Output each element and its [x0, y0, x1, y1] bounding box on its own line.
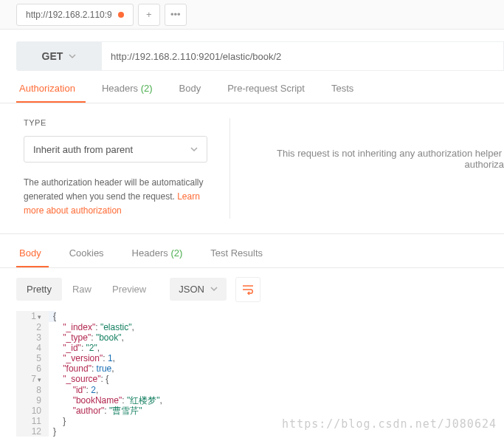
code-content: "_type": "book",	[49, 332, 124, 343]
code-content: "_version": 1,	[49, 353, 115, 363]
restab-headers[interactable]: Headers (2)	[129, 247, 190, 267]
code-content: "id": 2,	[49, 385, 98, 395]
auth-type-label: TYPE	[24, 118, 207, 127]
request-tabs: Authorization Headers (2) Body Pre-reque…	[0, 83, 504, 103]
request-tab[interactable]: http://192.168.2.110:9	[16, 4, 134, 26]
view-controls: Pretty Raw Preview JSON	[0, 268, 504, 311]
auth-inherit-msg: This request is not inheriting any autho…	[275, 148, 504, 159]
code-line: 7▾ "_source": {	[16, 374, 504, 385]
tab-headers[interactable]: Headers (2)	[99, 83, 163, 103]
response-tabs: Body Cookies Headers (2) Test Results	[0, 247, 504, 268]
url-text: http://192.168.2.110:9201/elastic/book/2	[111, 51, 281, 62]
view-preview[interactable]: Preview	[102, 278, 156, 301]
code-content: "author": "曹雪芹"	[49, 406, 142, 416]
auth-type-select[interactable]: Inherit auth from parent	[24, 136, 207, 163]
auth-left: TYPE Inherit auth from parent The author…	[24, 118, 230, 219]
line-number: 2	[16, 322, 49, 332]
code-content: }	[49, 416, 66, 426]
code-content: "_index": "elastic",	[49, 322, 134, 332]
code-line: 3 "_type": "book",	[16, 332, 504, 343]
unsaved-dot-icon	[118, 12, 124, 18]
code-content: {	[49, 311, 56, 322]
restab-tests[interactable]: Test Results	[207, 247, 270, 267]
line-number: 4	[16, 343, 49, 353]
line-number: 5	[16, 353, 49, 363]
code-content: }	[49, 426, 56, 437]
line-number: 10	[16, 406, 49, 416]
view-pretty[interactable]: Pretty	[16, 278, 62, 301]
code-content: "found": true,	[49, 363, 114, 374]
tab-tests[interactable]: Tests	[328, 83, 364, 103]
auth-right: This request is not inheriting any autho…	[230, 118, 504, 219]
ellipsis-icon: •••	[170, 9, 181, 20]
tab-menu-button[interactable]: •••	[165, 4, 187, 26]
tab-body[interactable]: Body	[176, 83, 212, 103]
code-content: "_id": "2",	[49, 343, 100, 353]
code-line: 4 "_id": "2",	[16, 343, 504, 353]
plus-icon: +	[146, 9, 152, 20]
chevron-down-icon	[190, 144, 198, 155]
method-label: GET	[42, 50, 63, 62]
watermark-text: https://blog.csdn.net/J080624	[282, 417, 497, 431]
code-line: 2 "_index": "elastic",	[16, 322, 504, 332]
line-number: 3	[16, 332, 49, 343]
code-line: 10 "author": "曹雪芹"	[16, 406, 504, 416]
tab-title: http://192.168.2.110:9	[26, 10, 112, 20]
line-number: 1▾	[16, 311, 49, 322]
tab-prerequest[interactable]: Pre-request Script	[224, 83, 315, 103]
line-number: 12	[16, 426, 49, 437]
restab-body[interactable]: Body	[16, 247, 49, 267]
code-line: 5 "_version": 1,	[16, 353, 504, 363]
format-select[interactable]: JSON	[170, 278, 227, 301]
auth-selected: Inherit auth from parent	[33, 144, 133, 155]
auth-help-text: The authorization header will be automat…	[24, 176, 207, 219]
code-line: 8 "id": 2,	[16, 385, 504, 395]
code-content: "bookName": "红楼梦",	[49, 395, 162, 406]
auth-panel: TYPE Inherit auth from parent The author…	[0, 103, 504, 234]
url-input[interactable]: http://192.168.2.110:9201/elastic/book/2	[102, 41, 504, 71]
tab-authorization[interactable]: Authorization	[16, 83, 86, 103]
chevron-down-icon	[69, 50, 76, 62]
restab-cookies[interactable]: Cookies	[66, 247, 111, 267]
code-line: 6 "found": true,	[16, 363, 504, 374]
line-number: 8	[16, 385, 49, 395]
code-line: 9 "bookName": "红楼梦",	[16, 395, 504, 406]
wrap-icon	[241, 284, 255, 295]
line-number: 11	[16, 416, 49, 426]
request-row: GET http://192.168.2.110:9201/elastic/bo…	[0, 30, 504, 83]
code-content: "_source": {	[49, 374, 108, 385]
new-tab-button[interactable]: +	[138, 4, 160, 26]
line-number: 6	[16, 363, 49, 374]
line-number: 9	[16, 395, 49, 406]
view-raw[interactable]: Raw	[62, 278, 102, 301]
method-select[interactable]: GET	[16, 41, 102, 71]
wrap-lines-button[interactable]	[235, 277, 260, 302]
code-line: 1▾{	[16, 311, 504, 322]
auth-inherit-msg2: authoriza	[275, 159, 504, 170]
line-number: 7▾	[16, 374, 49, 385]
tab-bar: http://192.168.2.110:9 + •••	[0, 0, 504, 30]
chevron-down-icon	[210, 284, 218, 295]
